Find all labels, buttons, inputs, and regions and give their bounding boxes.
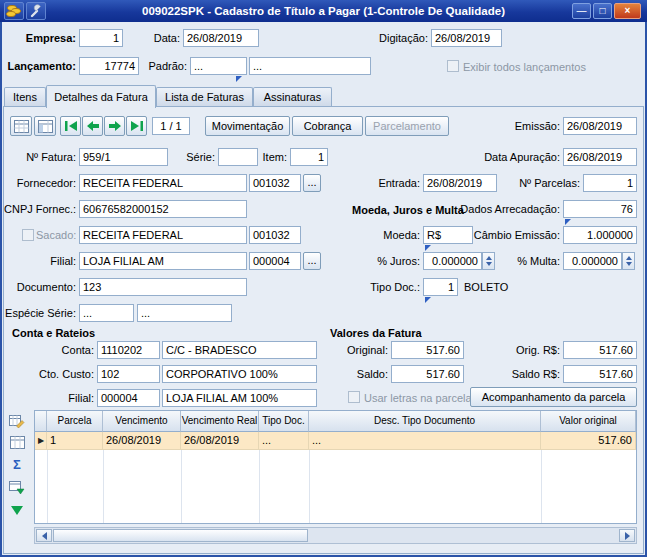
multa-spinner[interactable]	[622, 252, 635, 270]
exibir-todos-label: Exibir todos lançamentos	[463, 58, 613, 76]
data-apuracao-field[interactable]: 26/08/2019	[563, 148, 637, 166]
cambio-field[interactable]: 1.000000	[563, 226, 637, 244]
first-record-button[interactable]	[60, 116, 81, 136]
rateio-filial-code-field[interactable]: 000004	[97, 389, 160, 407]
minimize-button[interactable]: —	[572, 3, 591, 19]
filial-code-field[interactable]: 000004	[249, 252, 301, 270]
padrao-label: Padrão:	[146, 57, 187, 75]
conta-rateios-heading: Conta e Rateios	[12, 325, 95, 341]
titlebar[interactable]: 009022SPK - Cadastro de Título a Pagar (…	[0, 0, 647, 22]
saldo-field[interactable]: 517.60	[391, 365, 464, 383]
juros-field[interactable]: 0.000000	[423, 252, 482, 270]
grid-header-vencimento-real[interactable]: Vencimento Real	[181, 411, 259, 432]
sacado-field[interactable]: RECEITA FEDERAL	[79, 226, 247, 244]
num-fatura-field[interactable]: 959/1	[79, 148, 168, 166]
tab-assinaturas[interactable]: Assinaturas	[253, 87, 332, 106]
coins-icon[interactable]	[4, 2, 24, 20]
serie-label: Série:	[178, 148, 215, 166]
grid-horizontal-scrollbar[interactable]	[34, 527, 637, 544]
spin-down-icon	[486, 262, 492, 266]
grid-header-parcela[interactable]: Parcela	[47, 411, 103, 432]
filial-field[interactable]: LOJA FILIAL AM	[79, 252, 247, 270]
scroll-right-button[interactable]	[619, 529, 635, 542]
cell-tipo-doc[interactable]: ...	[259, 432, 309, 449]
grid-header-vencimento[interactable]: Vencimento	[103, 411, 181, 432]
fornecedor-lookup-button[interactable]: ...	[303, 174, 321, 192]
tab-lista-de-faturas[interactable]: Lista de Faturas	[156, 87, 253, 106]
fornecedor-code-field[interactable]: 001032	[249, 174, 301, 192]
digitacao-field[interactable]: 26/08/2019	[431, 29, 502, 47]
next-record-button[interactable]	[104, 116, 125, 136]
filial-lookup-button[interactable]: ...	[303, 252, 321, 270]
conta-code-field[interactable]: 1110202	[97, 341, 160, 359]
moeda-field[interactable]: R$	[423, 226, 473, 244]
conta-label: Conta:	[28, 341, 94, 359]
item-field[interactable]: 1	[290, 148, 328, 166]
sum-button[interactable]: Σ	[6, 455, 28, 474]
emissao-field[interactable]: 26/08/2019	[563, 117, 637, 135]
cell-desc-tipo-documento[interactable]: ...	[309, 432, 541, 449]
lancamento-field[interactable]: 17774	[79, 57, 139, 75]
fill-down-button[interactable]	[6, 501, 28, 520]
dados-arrecadacao-lookup-indicator	[565, 219, 571, 225]
scroll-right-icon	[625, 532, 630, 540]
dados-arrecadacao-label: Dados Arrecadação:	[460, 200, 560, 218]
maximize-button[interactable]: □	[593, 3, 612, 19]
last-record-button[interactable]	[126, 116, 147, 136]
tab-itens[interactable]: Itens	[4, 87, 46, 106]
cnpj-label: CNPJ Fornec.:	[4, 200, 76, 218]
scroll-left-button[interactable]	[36, 529, 52, 542]
fornecedor-field[interactable]: RECEITA FEDERAL	[79, 174, 247, 192]
acompanhamento-button[interactable]: Acompanhamento da parcela	[470, 387, 637, 407]
empresa-field[interactable]: 1	[79, 29, 123, 47]
cto-custo-code-field[interactable]: 102	[97, 365, 160, 383]
especie-code-field[interactable]: ...	[79, 304, 134, 322]
close-button[interactable]: ×	[614, 3, 641, 19]
edit-grid-icon	[9, 414, 25, 429]
tab-detalhes-da-fatura[interactable]: Detalhes da Fatura	[46, 85, 156, 108]
rateio-filial-desc-field[interactable]: LOJA FILIAL AM 100%	[162, 389, 317, 407]
next-record-icon	[108, 120, 122, 132]
orig-rs-field[interactable]: 517.60	[563, 341, 637, 359]
table-columns-icon	[38, 120, 53, 133]
serie-field[interactable]	[218, 148, 258, 166]
grid-row-selected[interactable]: ▶ 1 26/08/2019 26/08/2019 ... ... 517.60	[35, 432, 636, 450]
tipo-doc-code-field[interactable]: 1	[423, 278, 458, 296]
conta-desc-field[interactable]: C/C - BRADESCO	[162, 341, 317, 359]
sacado-checkbox	[22, 229, 34, 241]
multa-field[interactable]: 0.000000	[563, 252, 622, 270]
movimentacao-button[interactable]: Movimentação	[205, 116, 290, 136]
previous-record-button[interactable]	[82, 116, 103, 136]
cobranca-button[interactable]: Cobrança	[292, 116, 363, 136]
sacado-code-field[interactable]: 001032	[249, 226, 301, 244]
table-layout-button[interactable]	[10, 116, 32, 136]
data-field[interactable]: 26/08/2019	[183, 29, 259, 47]
grid-header-desc-tipo-documento[interactable]: Desc. Tipo Documento	[309, 411, 541, 432]
wrench-icon[interactable]	[26, 2, 46, 20]
export-grid-button[interactable]	[6, 478, 28, 497]
num-parcelas-label: Nº Parcelas:	[500, 174, 580, 192]
select-columns-button[interactable]	[6, 433, 28, 452]
cto-custo-desc-field[interactable]: CORPORATIVO 100%	[162, 365, 317, 383]
cell-valor-original[interactable]: 517.60	[541, 432, 636, 449]
grid-header-tipo-doc[interactable]: Tipo Doc.	[259, 411, 309, 432]
cell-vencimento[interactable]: 26/08/2019	[103, 432, 181, 449]
especie-desc-field[interactable]: ...	[137, 304, 232, 322]
saldo-rs-field[interactable]: 517.60	[563, 365, 637, 383]
table-columns-button[interactable]	[34, 116, 56, 136]
juros-spinner[interactable]	[482, 252, 495, 270]
cnpj-field[interactable]: 60676582000152	[79, 200, 247, 218]
grid-header-valor-original[interactable]: Valor original	[541, 411, 636, 432]
num-parcelas-field[interactable]: 1	[583, 174, 637, 192]
juros-label: % Juros:	[370, 252, 420, 270]
scrollbar-thumb[interactable]	[53, 529, 308, 542]
padrao-code-field[interactable]: ...	[190, 57, 247, 75]
original-field[interactable]: 517.60	[391, 341, 464, 359]
documento-field[interactable]: 123	[79, 278, 247, 296]
edit-grid-button[interactable]	[6, 412, 28, 431]
dados-arrecadacao-field[interactable]: 76	[563, 200, 637, 218]
cell-parcela[interactable]: 1	[47, 432, 103, 449]
cell-vencimento-real[interactable]: 26/08/2019	[181, 432, 259, 449]
padrao-desc-field[interactable]: ...	[249, 57, 371, 75]
entrada-field[interactable]: 26/08/2019	[423, 174, 497, 192]
